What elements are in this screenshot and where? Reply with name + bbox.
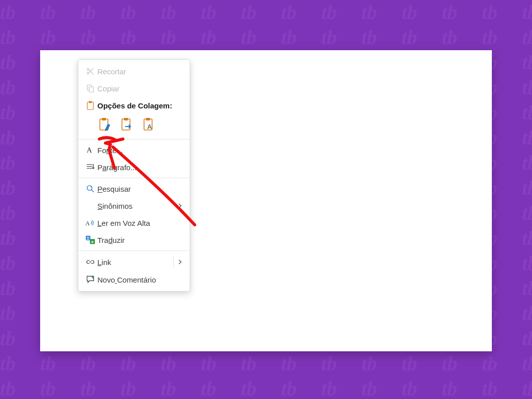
menu-label-ler-em-voz-alta: Ler em Voz Alta: [97, 219, 184, 227]
menu-item-link[interactable]: Link: [78, 253, 190, 271]
svg-rect-11: [124, 118, 128, 120]
paste-options-row: A: [78, 114, 190, 137]
paragraph-icon: [83, 162, 97, 172]
clipboard-icon: [83, 100, 97, 110]
svg-point-1: [87, 72, 89, 74]
menu-item-recortar: Recortar: [78, 63, 190, 80]
menu-label-traduzir: Traduzir: [97, 236, 184, 244]
menu-label-opcoes-colagem: Opções de Colagem:: [97, 101, 184, 110]
menu-label-link: Link: [97, 258, 170, 267]
menu-item-paragrafo[interactable]: Parágrafo...: [78, 159, 190, 176]
search-icon: [83, 184, 97, 194]
svg-line-20: [91, 190, 94, 192]
svg-point-19: [87, 186, 92, 191]
link-icon: [83, 257, 97, 267]
paste-merge-formatting-button[interactable]: [119, 117, 135, 132]
menu-label-pesquisar: Pesquisar: [97, 185, 184, 193]
menu-label-sinonimos: Sinônimos: [97, 202, 177, 210]
chevron-right-icon: [177, 202, 184, 209]
context-menu: Recortar Copiar Opções de Colagem:: [78, 59, 190, 292]
read-aloud-icon: A: [83, 218, 97, 228]
svg-text:A: A: [85, 220, 90, 227]
menu-divider: [78, 250, 190, 251]
svg-rect-9: [102, 118, 106, 120]
menu-label-novo-comentario: Novo Comentário: [97, 276, 184, 284]
svg-point-21: [90, 186, 91, 187]
menu-label-fonte: Fonte...: [97, 146, 184, 155]
menu-item-copiar: Copiar: [78, 80, 190, 97]
svg-point-0: [87, 68, 89, 70]
menu-label-paragrafo: Parágrafo...: [97, 163, 184, 172]
blank-icon: [83, 201, 97, 211]
chevron-right-icon[interactable]: [177, 258, 184, 265]
svg-text:文: 文: [86, 236, 90, 240]
menu-item-opcoes-colagem: Opções de Colagem:: [78, 97, 190, 114]
menu-item-ler-em-voz-alta[interactable]: A Ler em Voz Alta: [78, 214, 190, 231]
new-comment-icon: [83, 275, 97, 285]
paste-keep-source-button[interactable]: [97, 117, 112, 132]
menu-label-recortar: Recortar: [97, 67, 184, 76]
menu-item-novo-comentario[interactable]: Novo Comentário: [78, 271, 190, 288]
menu-item-pesquisar[interactable]: Pesquisar: [78, 180, 190, 197]
menu-divider: [78, 178, 190, 178]
menu-item-traduzir[interactable]: 文 a Traduzir: [78, 231, 190, 248]
svg-text:A: A: [147, 123, 152, 130]
svg-rect-13: [146, 118, 150, 120]
svg-rect-7: [89, 101, 92, 103]
menu-item-sinonimos[interactable]: Sinônimos: [78, 197, 190, 214]
font-icon: A: [83, 145, 97, 155]
menu-divider: [78, 139, 190, 140]
menu-label-copiar: Copiar: [97, 84, 184, 93]
svg-text:A: A: [87, 146, 92, 154]
svg-rect-5: [89, 87, 93, 92]
translate-icon: 文 a: [83, 235, 97, 245]
copy-icon: [83, 83, 97, 93]
svg-rect-6: [87, 102, 93, 109]
split-divider: [173, 256, 174, 268]
menu-item-fonte[interactable]: A Fonte...: [78, 142, 190, 159]
paste-text-only-button[interactable]: A: [142, 117, 157, 132]
scissors-icon: [83, 66, 97, 76]
